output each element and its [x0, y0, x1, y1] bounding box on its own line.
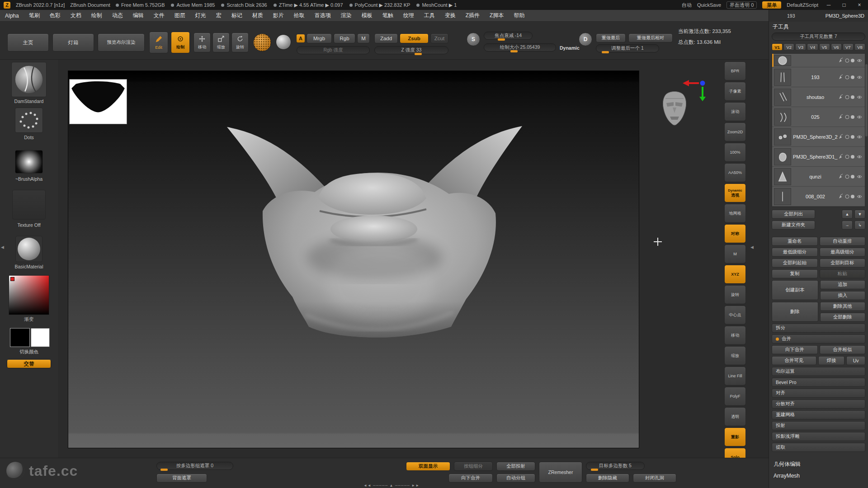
- project-all-button[interactable]: 全部投射: [496, 462, 535, 471]
- zadd-button[interactable]: Zadd: [374, 33, 398, 43]
- focal-shift-handle[interactable]: [498, 38, 505, 41]
- mask-by-polygroup-slider[interactable]: 按多边形组遮罩 0: [156, 462, 233, 470]
- menu-item-笔刷[interactable]: 笔刷: [24, 10, 45, 22]
- draw-size-handle[interactable]: [510, 50, 518, 52]
- maximize-button[interactable]: □: [839, 2, 849, 8]
- shelf-button-XYZ[interactable]: XYZ: [724, 265, 746, 284]
- rgb-button[interactable]: Rgb: [334, 33, 355, 43]
- mask-by-polygroup-handle[interactable]: [160, 469, 168, 471]
- subtool-button-粘贴[interactable]: 粘贴: [820, 269, 866, 278]
- subtool-button-最高级细分[interactable]: 最高级细分: [820, 248, 866, 257]
- ui-transparency-slider[interactable]: 界面透明 0: [726, 1, 757, 9]
- subtool-tab-V4[interactable]: V4: [807, 43, 818, 51]
- shelf-button-对称[interactable]: 对称: [724, 224, 746, 243]
- rotate-button[interactable]: 旋转: [231, 33, 249, 52]
- subtool-button-自动重排[interactable]: 自动重排: [820, 237, 866, 246]
- alpha-badge[interactable]: A: [297, 34, 305, 42]
- menu-item-宏[interactable]: 宏: [211, 10, 226, 22]
- material-selector[interactable]: [15, 236, 42, 262]
- subtool-tab-V1[interactable]: V1: [772, 43, 783, 51]
- stroke-type-button[interactable]: [253, 33, 271, 52]
- merge-down-button[interactable]: 向下合并: [448, 474, 493, 483]
- subtool-row-qunzi[interactable]: qunzi: [772, 167, 865, 187]
- swap-color-button[interactable]: 交替: [6, 359, 52, 369]
- zcut-button[interactable]: Zcut: [430, 33, 448, 43]
- subtool-button-删除其他[interactable]: 删除其他: [820, 302, 866, 311]
- subtool-row[interactable]: [772, 54, 865, 67]
- shelf-button-Zoom2D[interactable]: Zoom2D: [724, 122, 746, 141]
- subtool-row-PM3D_Sphere3D1_13[interactable]: PM3D_Sphere3D1_13: [772, 147, 865, 167]
- shelf-button-透视[interactable]: Dynamic透视: [724, 183, 746, 202]
- subtool-row-PM3D_Sphere3D_2[interactable]: PM3D_Sphere3D_2: [772, 127, 865, 147]
- menu-item-绘制[interactable]: 绘制: [86, 10, 107, 22]
- subtool-section-投影浅浮雕[interactable]: 投影浅浮雕: [772, 432, 865, 441]
- menu-item-变换[interactable]: 变换: [440, 10, 461, 22]
- menu-item-首选项[interactable]: 首选项: [310, 10, 336, 22]
- current-tool-name[interactable]: PM3D_Sphere3D: [826, 13, 864, 19]
- palette-section-ArrayMesh[interactable]: ArrayMesh: [769, 471, 868, 481]
- close-button[interactable]: ×: [854, 2, 864, 8]
- target-polygons-slider[interactable]: 目标多边形数 5: [586, 462, 645, 470]
- depth-badge[interactable]: D: [579, 33, 592, 46]
- subtool-tab-V8[interactable]: V8: [854, 43, 865, 51]
- move-button[interactable]: 移动: [193, 33, 211, 52]
- shelf-button-重影[interactable]: 重影: [724, 427, 746, 446]
- subtool-tab-V7[interactable]: V7: [843, 43, 854, 51]
- z-intensity-slider[interactable]: Z 强度 33: [374, 46, 448, 54]
- subtool-section-header[interactable]: 子工具: [769, 22, 868, 32]
- menu-item-色彩[interactable]: 色彩: [45, 10, 66, 22]
- camera-orientation-gizmo[interactable]: [656, 76, 715, 135]
- subtool-section-拆分[interactable]: 拆分: [772, 324, 865, 333]
- subtool-button-焊接[interactable]: 焊接: [818, 356, 845, 365]
- subtool-row-025[interactable]: 025: [772, 107, 865, 127]
- group-subdivide-button[interactable]: 按组细分: [454, 462, 493, 471]
- shelf-button-AA50%[interactable]: AA50%: [724, 163, 746, 182]
- subtool-button-全部到目标[interactable]: 全部到目标: [820, 258, 866, 267]
- shelf-button-中心点[interactable]: 中心点: [724, 305, 746, 324]
- subtool-row-shoutao[interactable]: shoutao: [772, 87, 865, 107]
- menu-item-图层[interactable]: 图层: [170, 10, 190, 22]
- menu-item-模板[interactable]: 模板: [357, 10, 377, 22]
- menu-item-帮助[interactable]: 帮助: [509, 10, 529, 22]
- left-tray-collapse-arrow[interactable]: [1, 245, 4, 249]
- backface-mask-button[interactable]: 背面遮罩: [156, 474, 207, 483]
- subtool-button-合并可见[interactable]: 合并可见: [772, 356, 816, 365]
- shelf-button-PolyF[interactable]: PolyF: [724, 387, 746, 406]
- menu-toggle-button[interactable]: 菜单: [762, 1, 781, 9]
- shelf-button-地网格[interactable]: 地网格: [724, 204, 746, 223]
- subtool-section-提取[interactable]: 提取: [772, 443, 865, 452]
- stroke-selector[interactable]: [15, 108, 43, 133]
- menu-item-Alpha[interactable]: Alpha: [0, 10, 24, 22]
- subtool-tab-V2[interactable]: V2: [783, 43, 794, 51]
- mrgb-button[interactable]: Mrgb: [307, 33, 332, 43]
- zremesher-button[interactable]: ZRemesher: [539, 462, 582, 483]
- canvas-nav-arrows[interactable]: ◄◄ ───── ▲ ───── ►►: [360, 483, 423, 488]
- subtool-section-Bevel Pro[interactable]: Bevel Pro: [772, 378, 865, 387]
- shelf-button-旋转[interactable]: 旋转: [724, 285, 746, 304]
- subtool-button-复制[interactable]: 复制: [772, 269, 818, 278]
- subtool-section-合并[interactable]: 合并: [772, 334, 865, 343]
- subtool-section-投射[interactable]: 投射: [772, 421, 865, 430]
- scale-button[interactable]: 缩放: [212, 33, 230, 52]
- shelf-button-BPR[interactable]: BPR: [724, 61, 746, 80]
- subtool-row-193[interactable]: 193: [772, 67, 865, 87]
- dynamic-label[interactable]: Dynamic: [560, 45, 580, 51]
- subtool-button-删除[interactable]: 删除: [772, 302, 818, 322]
- focal-shift-slider[interactable]: 焦点衰减 -14: [484, 32, 533, 40]
- secondary-color-swatch[interactable]: [31, 328, 50, 347]
- subtool-section-布尔运算[interactable]: 布尔运算: [772, 367, 865, 376]
- auto-groups-button[interactable]: 自动分组: [496, 474, 535, 483]
- menu-item-Z脚本[interactable]: Z脚本: [485, 10, 509, 22]
- menu-item-文档[interactable]: 文档: [66, 10, 86, 22]
- brush-selector[interactable]: [11, 62, 47, 97]
- double-sided-button[interactable]: 双面显示: [406, 462, 450, 471]
- menu-item-影片[interactable]: 影片: [268, 10, 289, 22]
- subtool-row-008_002[interactable]: 008_002: [772, 187, 865, 206]
- subtool-button-创建副本[interactable]: 创建副本: [772, 280, 818, 300]
- shelf-button-移动[interactable]: 移动: [724, 326, 746, 345]
- subtool-tab-V6[interactable]: V6: [831, 43, 842, 51]
- home-button[interactable]: 主页: [7, 33, 49, 52]
- menu-item-工具[interactable]: 工具: [419, 10, 440, 22]
- subtool-section-分散对齐[interactable]: 分散对齐: [772, 399, 865, 408]
- subtool-button-追加[interactable]: 追加: [820, 280, 866, 289]
